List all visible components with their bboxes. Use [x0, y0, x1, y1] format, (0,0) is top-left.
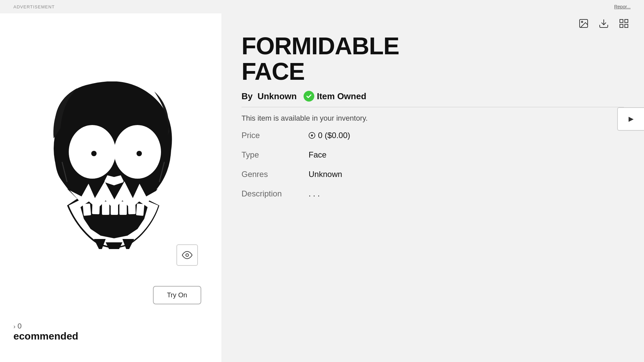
download-icon-button[interactable] [597, 17, 610, 30]
divider [241, 107, 624, 107]
svg-rect-8 [111, 201, 118, 215]
right-panel: FORMIDABLE FACE By Unknown Item Owned Th… [221, 13, 644, 362]
svg-rect-19 [625, 24, 628, 27]
price-label: Price [241, 131, 309, 140]
svg-rect-11 [136, 203, 144, 216]
svg-rect-5 [83, 203, 91, 216]
svg-rect-17 [625, 19, 628, 22]
owned-check-icon [304, 91, 314, 102]
advertisement-label: ADVERTISEMENT [13, 4, 55, 9]
type-label: Type [241, 150, 309, 160]
genres-value: Unknown [309, 170, 624, 179]
bottom-left: › 0 ecommended [0, 322, 92, 342]
left-panel: Try On [0, 13, 221, 362]
meta-row: By Unknown Item Owned [241, 91, 624, 102]
description-label: Description [241, 189, 309, 198]
author-name[interactable]: Unknown [258, 91, 297, 101]
svg-rect-7 [102, 201, 109, 215]
svg-point-12 [186, 254, 189, 256]
price-value: 0 ($0.00) [309, 131, 624, 140]
report-link[interactable]: Repor... [614, 4, 631, 9]
bottom-recommended: ecommended [13, 330, 78, 342]
inventory-text: This item is available in your inventory… [241, 114, 624, 123]
get-now-button[interactable]: ▶ [617, 107, 644, 131]
type-value: Face [309, 150, 624, 160]
item-owned-badge: Item Owned [304, 91, 366, 102]
robux-icon [309, 132, 315, 139]
eye-icon [182, 250, 193, 260]
svg-point-3 [91, 151, 97, 156]
details-table: Price 0 ($0.00) Type Face Genres Unknown… [241, 131, 624, 198]
description-value: . . . [309, 189, 624, 198]
top-bar: ADVERTISEMENT Repor... [0, 0, 644, 13]
image-icon [578, 18, 589, 29]
genres-label: Genres [241, 170, 309, 179]
svg-rect-10 [128, 201, 136, 214]
item-image [34, 81, 188, 249]
toolbar-icons [577, 17, 631, 30]
svg-rect-16 [620, 19, 623, 22]
preview-button[interactable] [176, 244, 198, 266]
svg-point-4 [137, 151, 142, 156]
svg-rect-18 [620, 24, 623, 27]
grid-icon [619, 18, 629, 29]
grid-icon-button[interactable] [617, 17, 631, 30]
item-title: FORMIDABLE FACE [241, 34, 624, 84]
owned-label: Item Owned [317, 91, 366, 102]
item-image-container [20, 71, 201, 259]
image-icon-button[interactable] [577, 17, 590, 30]
download-icon [598, 18, 609, 29]
svg-rect-6 [92, 201, 100, 214]
svg-rect-9 [119, 201, 127, 215]
svg-point-14 [581, 21, 583, 22]
try-on-button[interactable]: Try On [153, 286, 201, 304]
by-author: By Unknown [241, 91, 297, 102]
bottom-count: › 0 [13, 322, 78, 330]
main-content: Try On [0, 13, 644, 362]
